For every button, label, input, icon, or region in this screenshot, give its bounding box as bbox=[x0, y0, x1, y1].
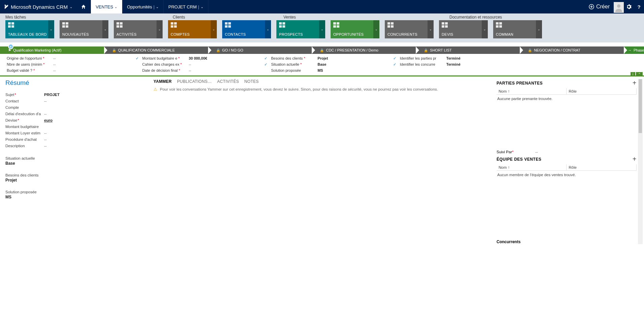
resume-field-row[interactable]: Compte bbox=[5, 104, 154, 110]
svg-rect-20 bbox=[225, 25, 228, 28]
activity-tabs: YAMMERPUBLICATIONS…ACTIVITÉSNOTES bbox=[154, 79, 490, 84]
arrow-right-icon: → bbox=[628, 48, 632, 52]
stage-label: GO / NO GO bbox=[222, 48, 243, 52]
resume-block[interactable]: Besoins des clientsProjet bbox=[5, 173, 154, 183]
process-stage[interactable]: 🔒CDC / PRESENTATION / Demo bbox=[312, 46, 416, 54]
tile-dropdown[interactable]: ⌄ bbox=[157, 20, 163, 38]
help-icon: ? bbox=[637, 4, 640, 10]
tile-icon bbox=[116, 22, 160, 28]
stage-detail-row[interactable]: ✓Situation actuelle *Base bbox=[264, 61, 380, 67]
parties-col-role[interactable]: Rôle bbox=[567, 88, 637, 95]
stage-field-value: Base bbox=[317, 62, 326, 66]
process-stage-next[interactable]: →Phase Sui… bbox=[624, 46, 644, 54]
svg-rect-14 bbox=[171, 22, 173, 25]
stage-detail-row[interactable]: Date de décision final *-- bbox=[136, 67, 251, 73]
resume-field-row[interactable]: Montant budgétaire bbox=[5, 123, 154, 130]
stage-detail-row[interactable]: ✓Identifier les parties prTerminé bbox=[393, 55, 509, 61]
activity-tab[interactable]: YAMMER bbox=[154, 79, 172, 84]
resume-field-row[interactable]: Délai d'exécution d'a-- bbox=[5, 110, 154, 117]
process-stage[interactable]: 🔒GO / NO GO bbox=[208, 46, 312, 54]
tile-concurrents[interactable]: CONCURRENTS ⌄ bbox=[385, 20, 434, 38]
resume-field-row[interactable]: Devise*euro bbox=[5, 117, 154, 123]
scrollbar-thumb[interactable] bbox=[639, 79, 642, 133]
tile-comptes[interactable]: COMPTES ⌄ bbox=[168, 20, 217, 38]
tile-dropdown[interactable]: ⌄ bbox=[265, 20, 271, 38]
svg-rect-7 bbox=[66, 22, 68, 25]
tile-activit-s[interactable]: ACTIVITÉS ⌄ bbox=[114, 20, 163, 38]
nav-user[interactable] bbox=[614, 0, 624, 13]
activity-tab[interactable]: NOTES bbox=[244, 79, 259, 84]
tile-dropdown[interactable]: ⌄ bbox=[319, 20, 325, 38]
stage-field-value: Terminé bbox=[446, 56, 461, 60]
tile-tableaux-de-bord[interactable]: TABLEAUX DE BORD ⌄ bbox=[5, 20, 54, 38]
resume-block[interactable]: Situation actuelleBase bbox=[5, 156, 154, 166]
add-equipe-button[interactable]: + bbox=[633, 155, 637, 163]
equipe-ventes-section: ÉQUIPE DES VENTES + Nom ↑ Rôle Aucun mem… bbox=[497, 155, 637, 179]
nav-settings[interactable] bbox=[624, 0, 634, 13]
nav-home[interactable] bbox=[76, 0, 91, 13]
stage-detail-row[interactable]: ✓Identifier les concurreTerminé bbox=[393, 61, 509, 67]
stage-field-value: -- bbox=[53, 56, 56, 60]
process-stage[interactable]: ⚑Qualification Marketing (Actif) bbox=[0, 46, 104, 54]
stage-detail-row[interactable]: Budget validé ? *-- bbox=[7, 67, 122, 73]
tile-dropdown[interactable]: ⌄ bbox=[102, 20, 108, 38]
tile-dropdown[interactable]: ⌄ bbox=[482, 20, 488, 38]
tile-prospects[interactable]: PROSPECTS ⌄ bbox=[276, 20, 325, 38]
check-icon: ✓ bbox=[393, 56, 397, 61]
resume-block[interactable]: Solution proposéeMS bbox=[5, 190, 154, 199]
stage-detail-row[interactable]: Origine de l'opportuni *-- bbox=[7, 55, 122, 61]
stage-detail-row[interactable]: Solution proposéeMS bbox=[264, 67, 380, 73]
plus-circle-icon bbox=[589, 4, 594, 9]
nav-creer[interactable]: Créer bbox=[585, 0, 614, 13]
stage-detail-row[interactable]: ✓Montant budgétaire e *30 000,00€ bbox=[136, 55, 251, 61]
stage-flag-icon: ▸ bbox=[8, 44, 13, 49]
tile-devis[interactable]: DEVIS ⌄ bbox=[439, 20, 488, 38]
stage-detail-row[interactable]: ✓Besoins des clients *Projet bbox=[264, 55, 380, 61]
tile-opportunit-s[interactable]: OPPORTUNITÉS ⌄ bbox=[331, 20, 379, 38]
resume-field-row[interactable]: Sujet*PROJET bbox=[5, 91, 154, 98]
nav-projet-crm[interactable]: PROJET CRM|⌄ bbox=[164, 0, 208, 13]
tile-label: CONCURRENTS bbox=[387, 32, 431, 36]
equipe-col-role[interactable]: Rôle bbox=[567, 164, 637, 171]
equipe-col-nom[interactable]: Nom ↑ bbox=[497, 164, 567, 171]
stage-label: CDC / PRESENTATION / Demo bbox=[326, 48, 378, 52]
tile-dropdown[interactable]: ⌄ bbox=[211, 20, 217, 38]
resume-field-row[interactable]: Procédure d'achat-- bbox=[5, 136, 154, 142]
tile-icon bbox=[171, 22, 214, 28]
resume-field-row[interactable]: Contact-- bbox=[5, 98, 154, 104]
field-value[interactable]: euro bbox=[44, 118, 53, 122]
field-label: Devise* bbox=[5, 118, 44, 122]
tile-dropdown[interactable]: ⌄ bbox=[428, 20, 434, 38]
tile-dropdown[interactable]: ⌄ bbox=[48, 20, 54, 38]
stage-detail-row[interactable]: Cahier des charges ex *-- bbox=[136, 61, 251, 67]
tile-dropdown[interactable]: ⌄ bbox=[373, 20, 379, 38]
tile-dropdown[interactable]: ⌄ bbox=[536, 20, 542, 38]
nav-ventes[interactable]: VENTES⌄ bbox=[91, 0, 122, 13]
stage-field-value: -- bbox=[189, 62, 191, 66]
process-stage[interactable]: 🔒SHORT LIST bbox=[416, 46, 520, 54]
vertical-scrollbar[interactable] bbox=[638, 79, 643, 244]
svg-rect-31 bbox=[391, 22, 394, 25]
nav-opportunites[interactable]: Opportunités|⌄ bbox=[122, 0, 164, 13]
tile-nouveaut-s[interactable]: NOUVEAUTÉS ⌄ bbox=[60, 20, 108, 38]
stage-details: Origine de l'opportuni *--Nbre de users … bbox=[0, 54, 644, 76]
svg-rect-32 bbox=[387, 25, 390, 28]
stage-detail-row[interactable]: Nbre de users (minim *-- bbox=[7, 61, 122, 67]
parties-col-nom[interactable]: Nom ↑ bbox=[497, 88, 567, 95]
activity-tab[interactable]: PUBLICATIONS… bbox=[177, 79, 212, 84]
tile-comman[interactable]: COMMAN ⌄ bbox=[493, 20, 542, 38]
stage-field-label: Solution proposée bbox=[271, 68, 315, 72]
resume-field-row[interactable]: Montant Loyer estim-- bbox=[5, 130, 154, 136]
tile-contacts[interactable]: CONTACTS ⌄ bbox=[222, 20, 271, 38]
svg-rect-29 bbox=[337, 25, 339, 28]
stage-collapse-button[interactable]: ⌃ bbox=[636, 72, 643, 76]
process-stage[interactable]: 🔒NEGOCIATION / CONTRAT bbox=[520, 46, 624, 54]
nav-help[interactable]: ? bbox=[634, 0, 644, 13]
activity-tab[interactable]: ACTIVITÉS bbox=[217, 79, 239, 84]
brand-menu[interactable]: Microsoft Dynamics CRM ⌄ bbox=[0, 0, 76, 13]
add-partie-button[interactable]: + bbox=[633, 79, 637, 87]
stage-info-button[interactable]: i bbox=[631, 72, 635, 76]
resume-field-row[interactable]: Description-- bbox=[5, 142, 154, 149]
lock-icon: 🔒 bbox=[424, 49, 428, 52]
process-stage[interactable]: 🔒QUALIFICATION COMMERCIALE bbox=[104, 46, 208, 54]
